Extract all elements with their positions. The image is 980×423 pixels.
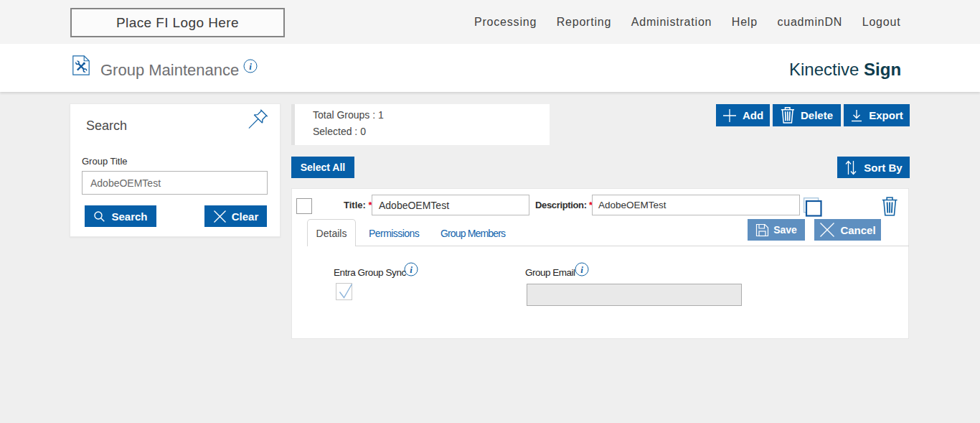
svg-text:i: i xyxy=(249,61,252,72)
svg-text:i: i xyxy=(580,264,583,275)
svg-text:i: i xyxy=(410,264,413,275)
